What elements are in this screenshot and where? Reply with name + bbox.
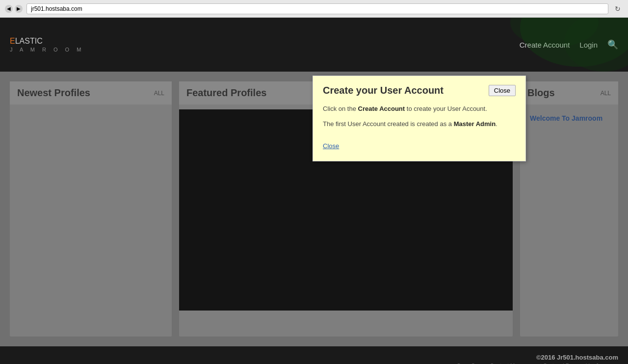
main-content: Newest Profiles ALL Featured Profiles Bl… [0,72,628,346]
create-account-modal: Create your User Account Close Click on … [313,76,526,161]
logo-letter-rest: LASTIC [15,37,43,46]
logo[interactable]: E LASTIC J A M R O O M [10,37,84,52]
logo-letter-e: E [10,37,15,46]
site-header: E LASTIC J A M R O O M Create Account Lo… [0,18,628,72]
modal-close-link[interactable]: Close [323,141,339,152]
modal-header: Create your User Account Close [323,85,516,96]
modal-create-account-bold: Create Account [358,105,405,112]
header-decor [481,18,628,72]
address-bar[interactable] [26,3,608,14]
modal-line2-prefix: The first User Account created is create… [323,120,454,128]
modal-line2: The first User Account created is create… [323,119,516,130]
modal-line1: Click on the Create Account to create yo… [323,104,516,114]
modal-line2-suffix: . [496,120,497,128]
modal-line1-prefix: Click on the [323,105,358,112]
modal-master-admin-bold: Master Admin [454,120,496,128]
forward-button[interactable]: ▶ [15,5,23,13]
logo-subtitle: J A M R O O M [10,47,84,52]
browser-nav-controls: ◀ ▶ [5,5,23,13]
modal-close-button[interactable]: Close [489,85,516,96]
back-button[interactable]: ◀ [5,5,13,13]
footer-copyright: ©2016 Jr501.hostsaba.com [10,354,618,361]
modal-body: Click on the Create Account to create yo… [323,104,516,151]
modal-line1-suffix: to create your User Account. [405,105,487,112]
site-footer: ©2016 Jr501.hostsaba.com Open Source Con… [0,346,628,364]
browser-chrome: ◀ ▶ ↻ [0,0,628,18]
modal-title: Create your User Account [323,85,444,96]
reload-button[interactable]: ↻ [612,3,623,14]
